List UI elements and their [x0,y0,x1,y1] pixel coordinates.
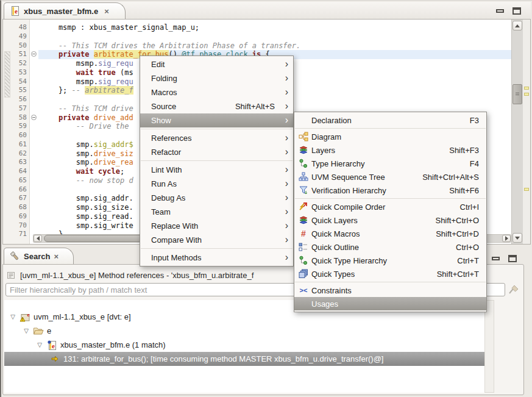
clear-filter-broom-icon[interactable] [508,283,521,298]
code-token: private [59,50,90,59]
menu-item-layers[interactable]: LayersShift+F3 [294,143,486,157]
menu-item-quick-type-hierarchy[interactable]: Quick Type HierarchyCtrl+T [294,254,486,267]
menu-item-quick-outline[interactable]: Quick OutlineCtrl+O [294,240,486,254]
code-line [38,32,511,41]
submenu-arrow-icon: › [281,59,288,69]
tree-row[interactable]: ▽e [4,324,484,338]
verification-hierarchy-icon [298,185,309,195]
fold-collapse-icon[interactable] [31,115,37,120]
close-icon[interactable]: × [54,252,59,261]
svg-text:><: >< [300,287,308,294]
svg-text:#: # [301,229,306,238]
code-token: sig_requ [98,59,133,68]
line-number: 58 [12,113,29,123]
menu-item-label: Show [151,116,171,125]
menu-item-uvm-sequence-tree[interactable]: UVM Sequence TreeShift+Ctrl+Alt+S [294,170,486,184]
menu-item-quick-layers[interactable]: Quick LayersShift+Ctrl+O [294,213,486,227]
type-hierarchy-icon [298,159,309,168]
menu-item-label: References [151,134,191,143]
menu-separator [141,160,293,161]
scroll-right-icon[interactable] [502,235,511,242]
menu-item-label: Folding [151,74,177,83]
tree-row[interactable]: 131: arbitrate_for_bus(); [time consumin… [4,352,484,366]
show-submenu: DeclarationF3DiagramLayersShift+F3Type H… [294,112,487,312]
code-token: wait true [76,68,116,77]
editor-tab[interactable]: e xbus_master_bfm.e × [4,2,126,19]
scroll-left-icon[interactable] [34,235,42,242]
menu-item-quick-types[interactable]: Quick TypesShift+Ctrl+T [294,267,486,281]
menu-item-show[interactable]: Show› [140,113,293,127]
code-token: msmp. [41,59,98,68]
vertical-scrollbar[interactable] [511,20,523,244]
minimize-button[interactable] [496,9,504,13]
menu-shortcut: Shift+Alt+S [235,102,281,111]
menu-item-input-methods[interactable]: Input Methods› [140,251,293,265]
occurrence-marker[interactable] [524,188,529,191]
code-line: msmp : xbus_master_signal_map_u; [38,23,511,32]
line-number: 68 [12,203,29,212]
vertical-scroll-thumb[interactable] [512,84,522,104]
expander-icon[interactable]: ▽ [36,342,43,348]
code-token: msmp : xbus_master_signal_map_u; [41,23,199,32]
menu-item-folding[interactable]: Folding› [140,71,293,85]
menu-item-label: Team [151,207,171,216]
menu-item-declaration[interactable]: DeclarationF3 [294,113,486,127]
menu-item-run-as[interactable]: Run As› [140,177,293,191]
menu-item-quick-macros[interactable]: #Quick MacrosShift+Ctrl+D [294,227,486,240]
menu-item-team[interactable]: Team› [140,205,293,219]
expander-icon[interactable]: ▽ [23,327,30,334]
menu-item-constraints[interactable]: ><Constraints [294,284,486,297]
menu-item-label: Input Methods [151,253,201,262]
application-window: e xbus_master_bfm.e × 484950515253545556… [0,0,532,397]
tree-row[interactable]: ▽exbus_master_bfm.e (1 match) [4,338,484,352]
menu-item-replace-with[interactable]: Replace With› [140,219,293,233]
menu-item-references[interactable]: References› [140,131,293,145]
code-token: smp. [41,149,94,158]
line-number: 49 [12,32,29,41]
menu-item-lint-with[interactable]: Lint With› [140,163,293,177]
maximize-button[interactable] [512,7,521,15]
menu-item-edit[interactable]: Edit› [140,57,293,71]
line-number: 63 [12,158,29,167]
fold-collapse-icon[interactable] [31,51,37,57]
menu-item-usages[interactable]: Usages [294,297,486,310]
tree-row-label: 131: arbitrate_for_bus(); [time consumin… [63,354,383,363]
scroll-up-icon[interactable] [512,21,522,30]
minimize-button[interactable] [492,257,500,260]
menu-item-label: Lint With [151,165,182,174]
menu-item-diagram[interactable]: Diagram [294,130,486,143]
diagram-icon [298,132,309,141]
layers-icon [298,215,309,225]
menu-separator [295,198,486,199]
submenu-arrow-icon: › [281,87,288,97]
menu-item-type-hierarchy[interactable]: Type HierarchyF4 [294,157,486,170]
scroll-down-icon[interactable] [512,233,522,243]
occurrence-marker[interactable] [524,93,529,96]
match-arrow-icon [49,355,60,363]
close-icon[interactable]: × [104,7,109,16]
menu-item-verification-hierarchy[interactable]: Verification HierarchyShift+F6 [294,184,486,197]
menu-item-compare-with[interactable]: Compare With› [140,233,293,247]
menu-item-label: Source [151,102,176,111]
menu-item-refactor[interactable]: Refactor› [140,145,293,159]
menu-item-debug-as[interactable]: Debug As› [140,191,293,205]
code-token: drive_rea [94,158,133,166]
menu-item-source[interactable]: SourceShift+Alt+S› [140,99,293,113]
occurrence-marker[interactable] [524,87,529,90]
svg-text:e: e [27,312,30,318]
menu-item-macros[interactable]: Macros› [140,85,293,99]
tree-scrollbar[interactable] [484,300,494,393]
menu-item-label: Macros [151,88,177,97]
code-line: -- This TCM drives the Arbitration Phase… [38,41,511,51]
editor-tabbar: e xbus_master_bfm.e × [2,2,531,19]
submenu-arrow-icon: › [281,207,288,216]
line-number: 54 [12,77,29,87]
menu-item-quick-compile-order[interactable]: Quick Compile OrderCtrl+I [294,200,486,213]
menu-item-label: UVM Sequence Tree [311,173,385,182]
expander-icon[interactable]: ▽ [9,313,16,320]
search-tab[interactable]: Search × [4,248,74,264]
menu-item-label: Run As [151,179,177,188]
search-results-tree[interactable]: ▽!euvm_ml-1.1_xbus_e [dvt: e]▽e▽exbus_ma… [4,300,484,393]
code-token: -- Drive the [41,122,133,131]
maximize-button[interactable] [508,255,517,262]
